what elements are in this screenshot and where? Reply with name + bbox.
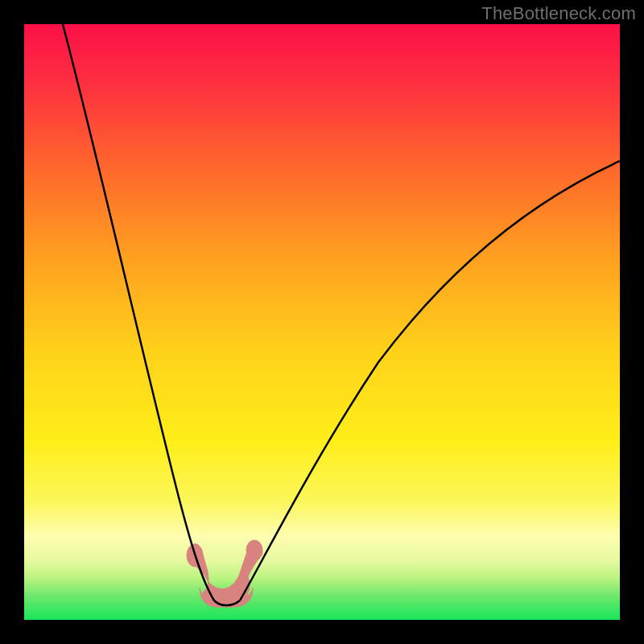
svg-point-1	[246, 540, 262, 559]
bottleneck-curve-right	[240, 161, 620, 601]
chart-frame: TheBottleneck.com	[0, 0, 644, 644]
watermark-text: TheBottleneck.com	[481, 3, 636, 24]
plot-area	[24, 24, 620, 620]
optimal-region-marker	[187, 540, 262, 607]
bottleneck-curve-left	[63, 24, 214, 601]
curve-layer	[24, 24, 620, 620]
